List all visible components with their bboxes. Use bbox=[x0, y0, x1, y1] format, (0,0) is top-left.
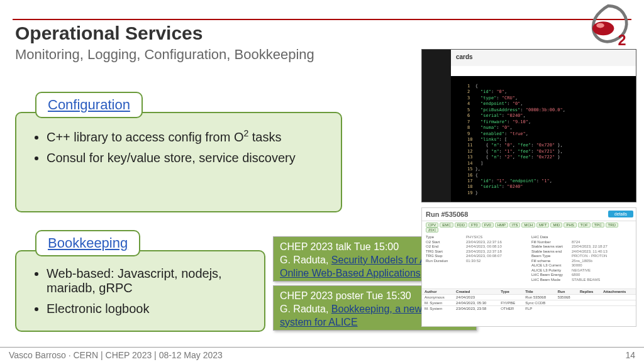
bk-bullet-2: Electronic logbook bbox=[47, 302, 252, 316]
consul-screenshot: cards 1 { 2 "id": "0", 3 "type": "CRU", … bbox=[421, 49, 636, 202]
bookkeeping-tab-label[interactable]: Bookkeeping bbox=[35, 230, 140, 256]
configuration-card: Configuration C++ library to access conf… bbox=[15, 112, 342, 212]
config-bullet-2: Consul for key/value store, service disc… bbox=[47, 151, 328, 165]
slide-footer: Vasco Barroso · CERN | CHEP 2023 | 08-12… bbox=[0, 347, 644, 362]
action-button[interactable]: details bbox=[608, 211, 633, 217]
page-title: Operational Services bbox=[15, 23, 314, 44]
page-subtitle: Monitoring, Logging, Configuration, Book… bbox=[15, 47, 314, 63]
bookkeeping-card: Bookkeeping Web-based: Javascript, nodej… bbox=[15, 250, 265, 332]
alice-o2-logo: 2 bbox=[584, 0, 633, 49]
bookkeeping-screenshot: Run #535068 details CPVEMCFDDFT0FV0HMPIT… bbox=[421, 207, 636, 327]
svg-text:2: 2 bbox=[618, 32, 626, 48]
run-header: Run #535068 bbox=[422, 208, 636, 221]
configuration-tab-label[interactable]: Configuration bbox=[35, 92, 143, 118]
config-bullet-1: C++ library to access config from O2 tas… bbox=[47, 128, 328, 145]
svg-point-0 bbox=[592, 21, 614, 35]
page-number: 14 bbox=[625, 350, 635, 360]
svg-point-1 bbox=[596, 23, 604, 28]
bk-bullet-1: Web-based: Javascript, nodejs, mariadb, … bbox=[47, 266, 252, 295]
code-block: 1 { 2 "id": "0", 3 "type": "CRU", 4 "end… bbox=[464, 80, 632, 198]
